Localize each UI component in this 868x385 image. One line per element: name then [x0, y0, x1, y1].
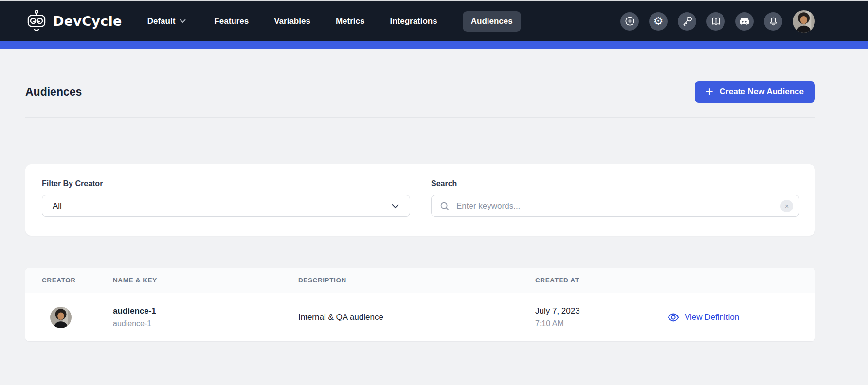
avatar-photo [50, 307, 72, 328]
table-row: audience-1 audience-1 Internal & QA audi… [25, 293, 815, 341]
devcycle-robot-icon [25, 9, 48, 33]
user-avatar[interactable] [793, 10, 815, 33]
key-icon [682, 16, 693, 27]
chevron-down-icon [180, 19, 186, 23]
accent-bar [0, 41, 868, 49]
created-time: 7:10 AM [535, 319, 667, 328]
column-header-created-at: CREATED AT [535, 277, 667, 284]
search-label: Search [431, 179, 799, 188]
avatar-photo [793, 10, 815, 33]
add-new-button[interactable] [620, 12, 639, 31]
name-key-cell: audience-1 audience-1 [113, 306, 298, 328]
create-button-label: Create New Audience [720, 87, 804, 97]
api-keys-button[interactable] [678, 12, 696, 31]
brand-wordmark: DevCycle [53, 14, 122, 29]
close-icon: × [785, 203, 789, 210]
actions-cell: View Definition [667, 311, 815, 324]
navbar-actions: ⚙ [620, 10, 815, 33]
discord-button[interactable] [735, 12, 754, 31]
notifications-button[interactable] [764, 12, 782, 31]
main-content: Audiences + Create New Audience Filter B… [0, 81, 868, 341]
chevron-down-icon [392, 204, 399, 209]
audience-key: audience-1 [113, 319, 298, 328]
created-date: July 7, 2023 [535, 306, 667, 316]
devcycle-brand[interactable]: DevCycle [25, 9, 122, 33]
audiences-table: CREATOR NAME & KEY DESCRIPTION CREATED A… [25, 268, 815, 341]
clear-search-button[interactable]: × [780, 200, 793, 212]
view-definition-label: View Definition [685, 313, 739, 322]
nav-item-integrations[interactable]: Integrations [390, 17, 437, 26]
creator-avatar [50, 307, 72, 328]
add-circle-icon [624, 16, 635, 27]
creator-filter-group: Filter By Creator All [42, 179, 410, 236]
plus-icon: + [706, 85, 713, 98]
primary-nav: Features Variables Metrics Integrations … [214, 11, 521, 32]
column-header-creator: CREATOR [25, 277, 113, 284]
gear-icon: ⚙ [653, 16, 664, 27]
filter-card: Filter By Creator All Search × [25, 164, 815, 236]
nav-item-features[interactable]: Features [214, 17, 249, 26]
search-box: × [431, 195, 799, 217]
description-cell: Internal & QA audience [298, 313, 535, 322]
eye-icon [667, 311, 680, 324]
project-selector-dropdown[interactable]: Default [147, 17, 186, 26]
page-header: Audiences + Create New Audience [25, 81, 815, 103]
project-selector-label: Default [147, 17, 176, 26]
column-header-description: DESCRIPTION [298, 277, 535, 284]
book-icon [710, 16, 722, 27]
creator-filter-select[interactable]: All [42, 195, 410, 217]
nav-item-audiences[interactable]: Audiences [463, 11, 521, 32]
search-input[interactable] [456, 201, 774, 211]
page-title: Audiences [25, 86, 82, 99]
discord-icon [739, 16, 750, 27]
audience-name: audience-1 [113, 306, 298, 316]
create-new-audience-button[interactable]: + Create New Audience [695, 81, 815, 103]
top-navbar: DevCycle Default Features Variables Metr… [0, 1, 868, 41]
header-divider [25, 117, 815, 118]
column-header-name-key: NAME & KEY [113, 277, 298, 284]
search-group: Search × [431, 179, 799, 236]
creator-filter-label: Filter By Creator [42, 179, 410, 188]
search-icon [439, 201, 450, 211]
table-header-row: CREATOR NAME & KEY DESCRIPTION CREATED A… [25, 268, 815, 293]
view-definition-link[interactable]: View Definition [667, 311, 739, 324]
creator-cell [25, 307, 113, 328]
bell-icon [768, 16, 779, 27]
created-at-cell: July 7, 2023 7:10 AM [535, 306, 667, 328]
settings-button[interactable]: ⚙ [649, 12, 668, 31]
creator-filter-value: All [53, 201, 62, 211]
nav-item-variables[interactable]: Variables [274, 17, 310, 26]
docs-button[interactable] [706, 12, 725, 31]
nav-item-metrics[interactable]: Metrics [336, 17, 365, 26]
